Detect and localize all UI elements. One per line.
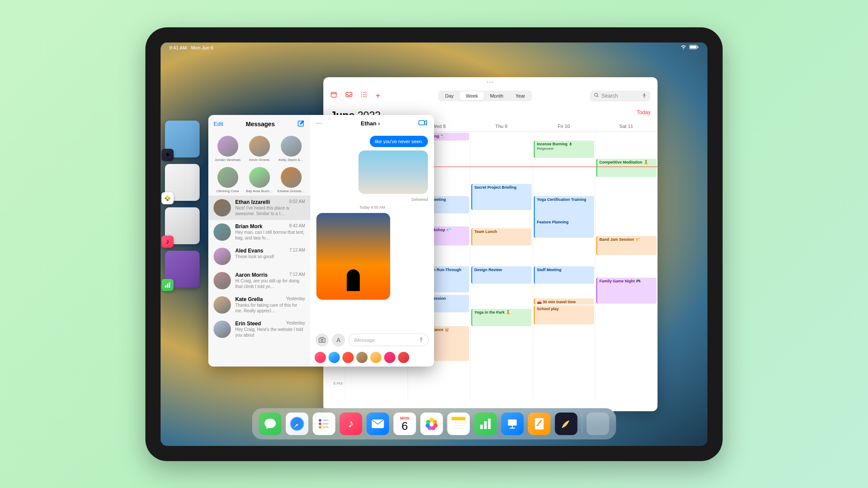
sticker-app-icon[interactable]: [356, 352, 368, 363]
appstore-app-icon[interactable]: [329, 352, 340, 363]
svg-point-13: [361, 92, 362, 93]
facetime-icon[interactable]: [418, 119, 428, 128]
sent-image-landscape[interactable]: [358, 151, 428, 194]
dock-notes-icon[interactable]: [447, 413, 470, 435]
pinned-contact[interactable]: Kevin Smeds: [245, 136, 273, 162]
calendar-event[interactable]: Feature Planning: [534, 219, 594, 238]
svg-rect-48: [484, 421, 487, 429]
dictation-icon[interactable]: [419, 337, 423, 343]
stage-thumb-photos[interactable]: [165, 164, 200, 201]
dock-procreate-icon[interactable]: [555, 413, 578, 435]
svg-rect-23: [419, 121, 424, 125]
stage-thumb-numbers[interactable]: [165, 251, 200, 288]
edit-button[interactable]: Edit: [214, 121, 223, 127]
appstore-button[interactable]: A: [332, 334, 345, 347]
day-column[interactable]: Incense Burning 🕯RidgecrestYoga Certific…: [533, 132, 595, 401]
view-day[interactable]: Day: [439, 92, 460, 100]
conversation-item[interactable]: Kate GrellaYesterdayThanks for taking ca…: [208, 293, 310, 317]
message-input[interactable]: iMessage: [349, 334, 429, 346]
conversation-item[interactable]: Aled Evans7:12 AMThese look so good!: [208, 244, 310, 269]
freeform-icon: ✦: [161, 149, 174, 161]
pinned-contact[interactable]: Climbing Crew: [214, 167, 242, 193]
svg-rect-33: [323, 426, 329, 428]
stage-thumb-freeform[interactable]: ✦: [165, 121, 200, 157]
audio-app-icon[interactable]: [342, 352, 354, 363]
pinned-contact[interactable]: Bay Area Budd…: [245, 167, 273, 193]
day-header[interactable]: Fri 10: [533, 124, 595, 129]
svg-point-17: [361, 96, 362, 97]
messages-window[interactable]: Edit Messages Jordan VandnaisKevin Smeds…: [208, 115, 434, 367]
conversation-item[interactable]: Aaron Morris7:12 AMHi Craig, are you sti…: [208, 269, 310, 293]
view-year[interactable]: Year: [510, 92, 531, 100]
add-event-icon[interactable]: +: [375, 91, 381, 101]
dock-photos-icon[interactable]: [421, 413, 443, 435]
conversation-item[interactable]: Erin SteedYesterdayHey Craig, Here's the…: [208, 317, 310, 341]
sticker-app-icon[interactable]: [384, 352, 395, 363]
calendar-event[interactable]: Band Jam Session 🎷: [596, 236, 657, 255]
svg-rect-49: [488, 419, 491, 429]
calendar-toolbar: + Day Week Month Year Search: [323, 87, 658, 105]
day-header[interactable]: Sat 11: [595, 124, 658, 129]
received-image-sunset[interactable]: [316, 213, 390, 300]
calendar-event[interactable]: Yoga in the Park 🧘: [471, 309, 532, 326]
calendar-event[interactable]: Family Game Night 🎮: [596, 278, 657, 304]
calendar-event[interactable]: Secret Project Briefing: [471, 184, 532, 210]
stage-thumb-music[interactable]: ♪: [165, 207, 200, 244]
dock-app-library-icon[interactable]: [587, 413, 609, 435]
dock-reminders-icon[interactable]: [313, 413, 335, 435]
sticker-app-icon[interactable]: [370, 352, 381, 363]
conversation-item[interactable]: Ethan Izzarelli9:02 AMNice! I've heard t…: [208, 196, 310, 220]
dock-music-icon[interactable]: ♪: [340, 413, 362, 435]
view-month[interactable]: Month: [484, 92, 510, 100]
view-week[interactable]: Week: [460, 92, 484, 100]
day-column[interactable]: Competitive Meditation 🧘Band Jam Session…: [595, 132, 658, 401]
calendar-event[interactable]: 🚗 30 min travel time: [534, 298, 594, 305]
search-input[interactable]: Search: [590, 91, 651, 102]
dock-safari-icon[interactable]: [286, 413, 309, 435]
conversation-item[interactable]: Brian Mork8:42 AMHey man, can I still bo…: [208, 220, 310, 244]
svg-point-15: [361, 94, 362, 95]
imessage-app-strip[interactable]: [310, 350, 434, 367]
day-header[interactable]: Thu 9: [470, 124, 533, 129]
dock-keynote-icon[interactable]: [501, 413, 524, 435]
today-button[interactable]: Today: [637, 109, 651, 121]
camera-button[interactable]: [316, 334, 329, 347]
mic-icon[interactable]: [642, 93, 646, 99]
compose-icon[interactable]: [297, 119, 305, 129]
calendar-event[interactable]: Staff Meeting: [534, 266, 594, 284]
calendar-event[interactable]: Incense Burning 🕯Ridgecrest: [534, 141, 594, 158]
svg-rect-8: [167, 284, 168, 288]
inbox-icon[interactable]: [345, 91, 353, 101]
calendar-event[interactable]: School play: [534, 305, 594, 324]
ipad-screen: 9:41 AM Mon Jun 6 ✦: [161, 43, 707, 446]
contact-name[interactable]: Ethan ›: [361, 120, 380, 127]
svg-point-41: [426, 420, 431, 424]
dock-mail-icon[interactable]: [367, 413, 389, 435]
message-thread[interactable]: like you've never seen. Delivered Today …: [310, 132, 434, 330]
dock-calendar-icon[interactable]: MON 6: [394, 413, 416, 435]
window-handle[interactable]: •••: [316, 121, 322, 126]
sticker-app-icon[interactable]: [398, 352, 409, 363]
calendar-event[interactable]: Design Review: [471, 266, 532, 284]
list-icon[interactable]: [361, 91, 368, 101]
dock-separator: [582, 414, 582, 433]
memoji-app-icon[interactable]: [315, 352, 326, 363]
pinned-contact[interactable]: Jordan Vandnais: [214, 136, 242, 162]
calendar-icon[interactable]: [330, 91, 337, 101]
calendar-event[interactable]: Competitive Meditation 🧘: [596, 159, 657, 177]
battery-icon: [689, 45, 699, 50]
dock-messages-icon[interactable]: [259, 413, 282, 435]
ipad-frame: 9:41 AM Mon Jun 6 ✦: [145, 27, 723, 461]
window-handle[interactable]: •••: [323, 77, 658, 87]
svg-point-5: [167, 199, 169, 201]
svg-rect-10: [331, 92, 336, 97]
pinned-contact[interactable]: Kelly, David &…: [277, 136, 305, 162]
svg-point-28: [319, 419, 322, 422]
svg-point-4: [168, 197, 171, 199]
dock-pages-icon[interactable]: [528, 413, 551, 435]
day-column[interactable]: Secret Project BriefingTeam LunchDesign …: [470, 132, 533, 401]
message-input-row: A iMessage: [310, 330, 434, 350]
calendar-event[interactable]: Team Lunch: [471, 228, 532, 246]
dock-numbers-icon[interactable]: [474, 413, 497, 435]
pinned-contact[interactable]: Edwina Greena…: [277, 167, 305, 193]
